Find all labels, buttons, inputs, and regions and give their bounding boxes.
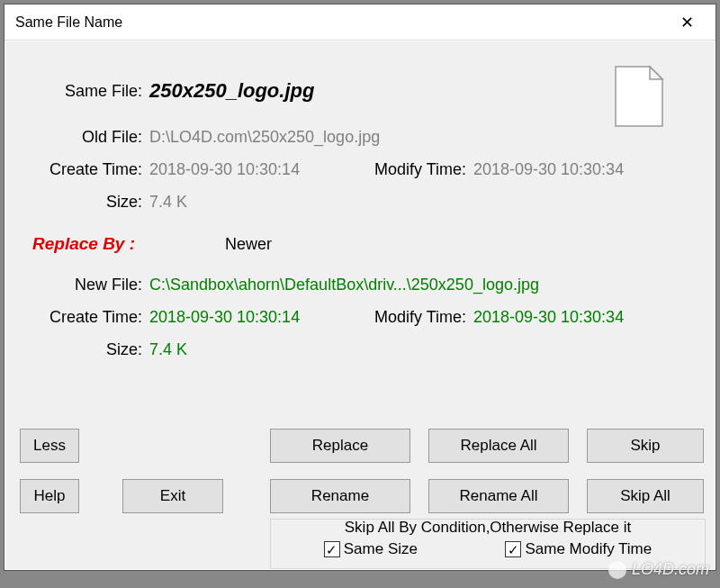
client-area: Same File: 250x250_logo.jpg Old File: D:… (4, 41, 716, 570)
rename-all-button[interactable]: Rename All (428, 479, 569, 513)
less-button[interactable]: Less (20, 429, 79, 463)
new-size-label: Size: (5, 340, 149, 359)
replace-button[interactable]: Replace (270, 429, 410, 463)
new-size-value: 7.4 K (149, 340, 187, 359)
window-title: Same File Name (15, 14, 667, 31)
new-file-path: C:\Sandbox\ahorn\DefaultBox\driv...\250x… (149, 276, 539, 294)
less-button-label: Less (33, 437, 66, 455)
same-file-value: 250x250_logo.jpg (149, 79, 314, 103)
old-modify-time-label: Modify Time: (356, 160, 473, 179)
help-button[interactable]: Help (20, 479, 79, 513)
old-size-label: Size: (5, 193, 149, 212)
skip-button-label: Skip (630, 437, 660, 455)
old-file-label: Old File: (5, 128, 149, 147)
skip-all-button[interactable]: Skip All (587, 479, 704, 513)
same-file-label: Same File: (5, 82, 149, 101)
old-create-time-label: Create Time: (5, 160, 149, 179)
checkbox-icon: ✓ (324, 541, 340, 557)
help-button-label: Help (34, 487, 66, 505)
exit-button[interactable]: Exit (122, 479, 223, 513)
old-create-time-value: 2018-09-30 10:30:14 (149, 160, 356, 179)
new-create-time-label: Create Time: (5, 308, 149, 327)
same-size-label: Same Size (344, 540, 418, 558)
skip-button[interactable]: Skip (587, 429, 704, 463)
same-size-checkbox[interactable]: ✓ Same Size (324, 540, 418, 558)
replace-mode-value: Newer (225, 235, 272, 254)
title-bar: Same File Name ✕ (4, 5, 716, 41)
old-size-value: 7.4 K (149, 193, 187, 212)
skip-condition-title: Skip All By Condition,Otherwise Replace … (280, 519, 696, 537)
exit-button-label: Exit (160, 487, 185, 505)
same-modify-time-label: Same Modify Time (525, 540, 652, 558)
new-modify-time-label: Modify Time: (356, 308, 473, 327)
old-modify-time-value: 2018-09-30 10:30:34 (473, 160, 624, 179)
rename-button[interactable]: Rename (270, 479, 410, 513)
new-modify-time-value: 2018-09-30 10:30:34 (473, 308, 624, 327)
watermark: LO4D.com (608, 560, 709, 579)
svg-marker-1 (650, 67, 662, 79)
checkbox-icon: ✓ (505, 541, 521, 557)
old-file-path: D:\LO4D.com\250x250_logo.jpg (149, 128, 380, 147)
same-modify-time-checkbox[interactable]: ✓ Same Modify Time (505, 540, 652, 558)
replace-all-button-label: Replace All (460, 437, 536, 455)
dialog-window: Same File Name ✕ Same File: 250x250_logo… (4, 4, 716, 571)
replace-all-button[interactable]: Replace All (428, 429, 569, 463)
close-button[interactable]: ✕ (667, 13, 706, 32)
new-file-label: New File: (5, 276, 149, 294)
skip-all-button-label: Skip All (620, 487, 670, 505)
replace-by-label: Replace By : (32, 234, 135, 254)
watermark-icon (608, 561, 626, 579)
replace-button-label: Replace (312, 437, 368, 455)
watermark-text: LO4D.com (632, 560, 709, 579)
rename-all-button-label: Rename All (460, 487, 538, 505)
rename-button-label: Rename (311, 487, 369, 505)
new-create-time-value: 2018-09-30 10:30:14 (149, 308, 356, 327)
